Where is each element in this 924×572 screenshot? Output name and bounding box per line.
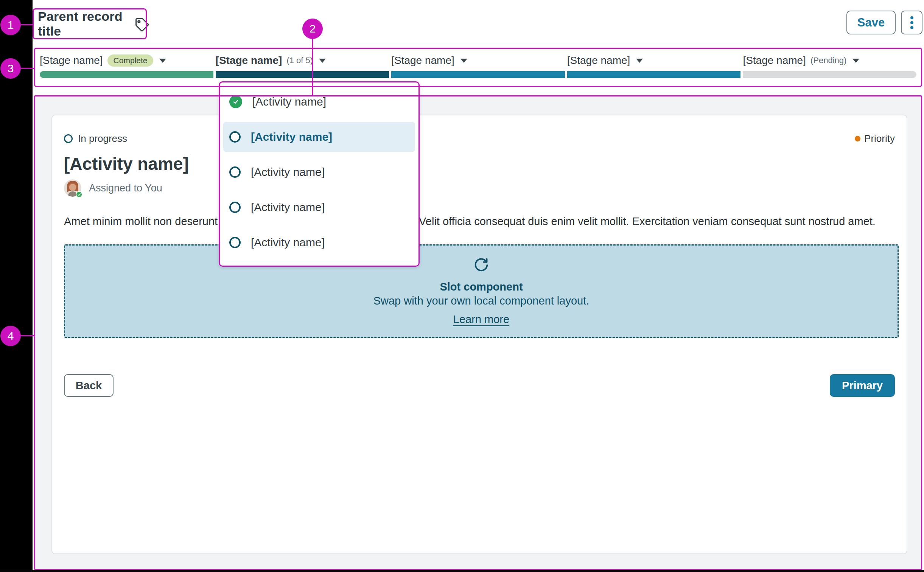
assignee-row: Assigned to You — [64, 179, 895, 197]
caret-down-icon[interactable] — [636, 59, 643, 63]
stage-item-4[interactable]: [Stage name] — [567, 50, 741, 87]
stage-progress-bar — [743, 71, 916, 78]
primary-button[interactable]: Primary — [830, 374, 895, 397]
activity-option-label: [Activity name] — [251, 201, 325, 214]
caret-down-icon[interactable] — [159, 59, 166, 63]
annotation-marker-1: 1 — [0, 15, 21, 35]
back-button[interactable]: Back — [64, 374, 114, 397]
radio-circle-icon — [229, 202, 241, 213]
slot-description: Swap with your own local component layou… — [373, 295, 590, 307]
kebab-menu-button[interactable] — [901, 11, 922, 34]
activity-option[interactable]: [Activity name] — [223, 192, 415, 222]
refresh-icon — [473, 256, 490, 275]
learn-more-link[interactable]: Learn more — [453, 313, 509, 326]
check-circle-icon — [229, 95, 242, 108]
kebab-menu-icon — [910, 16, 913, 19]
stage-step-count: (1 of 5) — [286, 56, 313, 65]
stage-name: [Stage name] — [743, 54, 806, 67]
stage-pending-label: (Pending) — [810, 56, 846, 65]
radio-circle-icon — [229, 131, 241, 143]
activity-option-complete[interactable]: [Activity name] — [223, 87, 415, 117]
annotation-marker-2: 2 — [302, 19, 323, 39]
activity-option-label: [Activity name] — [252, 95, 326, 108]
tag-icon[interactable] — [134, 17, 150, 33]
content-area: In progress Priority [Activity name] — [34, 95, 922, 570]
activity-option-label: [Activity name] — [251, 236, 325, 249]
stage-progress-bar — [40, 71, 213, 78]
caret-down-icon[interactable] — [852, 59, 859, 63]
page-bottom-edge — [0, 570, 924, 572]
activity-dropdown: [Activity name] [Activity name] [Activit… — [219, 81, 420, 267]
stage-name: [Stage name] — [391, 54, 454, 67]
stage-progress-bar — [391, 71, 565, 78]
stage-progress-bar — [567, 71, 741, 78]
avatar[interactable] — [64, 179, 81, 197]
activity-option-label: [Activity name] — [251, 166, 325, 179]
assigned-label: Assigned to You — [89, 182, 162, 194]
card-actions: Back Primary — [64, 374, 895, 397]
radio-circle-icon — [229, 166, 241, 178]
activity-card: In progress Priority [Activity name] — [51, 115, 907, 554]
page-title-wrap: Parent record title — [33, 9, 146, 39]
activity-option-label: [Activity name] — [251, 131, 332, 143]
annotation-marker-4: 4 — [0, 326, 21, 346]
stage-bar: [Stage name] Complete [Stage name] (1 of… — [34, 48, 922, 87]
annotation-gutter — [0, 0, 33, 572]
status-radio-icon[interactable] — [64, 134, 73, 143]
priority-badge: Priority — [855, 133, 895, 145]
stage-name: [Stage name] — [567, 54, 630, 67]
slot-component: Slot component Swap with your own local … — [64, 244, 899, 338]
save-button[interactable]: Save — [846, 11, 896, 34]
availability-check-icon — [76, 191, 82, 198]
status-label: In progress — [78, 133, 127, 145]
activity-title: [Activity name] — [64, 154, 895, 174]
stage-item-5[interactable]: [Stage name] (Pending) — [743, 50, 916, 87]
priority-dot-icon — [855, 136, 860, 141]
caret-down-icon[interactable] — [319, 59, 326, 63]
card-status-row: In progress Priority — [64, 133, 895, 145]
radio-circle-icon — [229, 237, 241, 248]
activity-option[interactable]: [Activity name] — [223, 227, 415, 258]
stage-name: [Stage name] — [216, 54, 282, 67]
stage-complete-badge: Complete — [107, 54, 154, 67]
slot-title: Slot component — [440, 281, 523, 293]
header-actions: Save — [846, 11, 922, 34]
activity-option-selected[interactable]: [Activity name] — [223, 122, 415, 152]
activity-option[interactable]: [Activity name] — [223, 157, 415, 187]
annotation-marker-3: 3 — [0, 58, 21, 79]
activity-description: Amet minim mollit non deserunt ullamco e… — [64, 214, 895, 228]
stage-item-1[interactable]: [Stage name] Complete — [40, 50, 213, 87]
caret-down-icon[interactable] — [460, 59, 467, 63]
priority-label: Priority — [864, 133, 895, 145]
page-title: Parent record title — [38, 9, 146, 39]
stage-progress-bar — [216, 71, 389, 78]
activity-status: In progress — [64, 133, 127, 145]
stage-name: [Stage name] — [40, 54, 103, 67]
